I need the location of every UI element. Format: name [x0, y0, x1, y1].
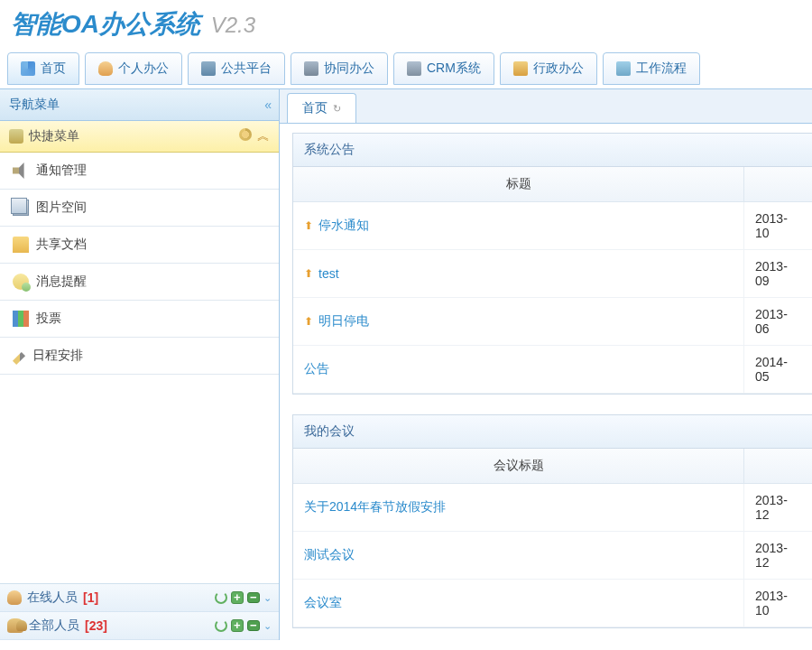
row-link[interactable]: 停水通知 — [318, 218, 369, 234]
topnav-item-home[interactable]: 首页 — [7, 52, 79, 85]
cell-title: 测试会议 — [293, 532, 744, 579]
tab-home[interactable]: 首页 ↻ — [287, 93, 356, 123]
topnav-item-flow[interactable]: 工作流程 — [603, 52, 700, 85]
collapse-icon[interactable]: « — [264, 98, 270, 112]
topnav-item-crm[interactable]: CRM系统 — [393, 52, 494, 85]
table-header: 会议标题 — [293, 449, 812, 484]
gear-icon[interactable] — [239, 128, 252, 141]
top-nav: 首页个人办公公共平台协同办公CRM系统行政办公工作流程 — [0, 49, 812, 89]
online-users-row[interactable]: 在线人员 [1]⌄ — [0, 584, 279, 612]
topnav-label: 协同办公 — [324, 60, 374, 77]
tab-label: 首页 — [302, 100, 328, 116]
panel-title: 我的会议 — [293, 415, 812, 449]
menu-list: 通知管理图片空间共享文档消息提醒投票日程安排 — [0, 153, 279, 583]
topnav-item-person[interactable]: 个人办公 — [85, 52, 182, 85]
minus-icon[interactable] — [247, 620, 260, 631]
app-logo: 智能OA办公系统 — [11, 7, 200, 42]
menu-label: 共享文档 — [36, 237, 87, 253]
panel-title: 系统公告 — [293, 134, 812, 167]
row-link[interactable]: 公告 — [304, 361, 329, 377]
table-row: ⬆test2013-09 — [293, 250, 812, 298]
collab-icon — [304, 61, 318, 76]
row-link[interactable]: 关于2014年春节放假安排 — [304, 499, 446, 515]
plus-icon[interactable] — [231, 619, 244, 632]
content-tab-bar: 首页 ↻ — [280, 89, 812, 123]
cell-title: 公告 — [293, 346, 744, 393]
col-date — [744, 449, 812, 483]
up-arrow-icon: ⬆ — [304, 267, 313, 280]
sb-count: [23] — [85, 618, 107, 633]
chevron-up-icon[interactable]: ︽ — [257, 128, 270, 144]
chevron-down-icon[interactable]: ⌄ — [263, 592, 272, 604]
panel-meetings: 我的会议 会议标题 关于2014年春节放假安排2013-12测试会议2013-1… — [292, 414, 812, 628]
topnav-label: 首页 — [41, 60, 66, 77]
chevron-down-icon[interactable]: ⌄ — [263, 620, 272, 632]
row-link[interactable]: test — [318, 266, 339, 281]
topnav-label: 公共平台 — [221, 60, 272, 77]
person-icon — [98, 61, 113, 76]
topnav-label: 行政办公 — [533, 60, 584, 77]
users-icon — [7, 618, 23, 633]
topnav-item-public[interactable]: 公共平台 — [188, 52, 285, 85]
row-link[interactable]: 会议室 — [304, 595, 342, 611]
topnav-item-collab[interactable]: 协同办公 — [291, 52, 388, 85]
images-icon — [13, 200, 29, 216]
menu-label: 通知管理 — [36, 162, 87, 179]
content-area: 首页 ↻ 系统公告 标题 ⬆停水通知2013-10⬆test2013-09⬆明日… — [280, 89, 812, 640]
flow-icon — [616, 61, 631, 76]
sidebar-header: 导航菜单 « — [0, 89, 279, 121]
sb-label: 全部人员 — [29, 618, 79, 634]
user-icon — [7, 590, 22, 605]
table-row: 关于2014年春节放假安排2013-12 — [293, 484, 812, 532]
quick-menu-header[interactable]: 快捷菜单 ︽ — [0, 121, 279, 153]
chart-icon — [13, 311, 29, 327]
cell-date: 2013-10 — [744, 580, 812, 627]
menu-label: 投票 — [36, 311, 61, 327]
chat-icon — [13, 274, 29, 290]
speaker-icon — [13, 162, 29, 179]
topnav-item-admin[interactable]: 行政办公 — [500, 52, 597, 85]
menu-item-pencil[interactable]: 日程安排 — [0, 338, 279, 375]
plus-icon[interactable] — [231, 591, 244, 604]
table-row: 测试会议2013-12 — [293, 532, 812, 580]
all-users-row[interactable]: 全部人员 [23]⌄ — [0, 612, 279, 640]
topnav-label: 个人办公 — [118, 60, 169, 77]
sidebar: 导航菜单 « 快捷菜单 ︽ 通知管理图片空间共享文档消息提醒投票日程安排 在线人… — [0, 89, 280, 640]
menu-label: 消息提醒 — [36, 274, 87, 290]
minus-icon[interactable] — [247, 592, 260, 603]
refresh-icon[interactable] — [215, 619, 227, 632]
topnav-label: CRM系统 — [427, 60, 481, 77]
menu-label: 图片空间 — [36, 200, 87, 216]
refresh-icon[interactable]: ↻ — [333, 103, 341, 115]
menu-item-images[interactable]: 图片空间 — [0, 190, 279, 227]
public-icon — [201, 61, 216, 76]
cell-date: 2013-12 — [744, 484, 812, 531]
menu-item-speaker[interactable]: 通知管理 — [0, 153, 279, 190]
table-row: ⬆停水通知2013-10 — [293, 202, 812, 250]
cell-date: 2013-06 — [744, 298, 812, 345]
pencil-icon — [13, 352, 25, 365]
cell-title: ⬆明日停电 — [293, 298, 744, 345]
sidebar-title: 导航菜单 — [9, 97, 60, 113]
table-row: ⬆明日停电2013-06 — [293, 298, 812, 346]
cell-title: 会议室 — [293, 580, 744, 627]
row-link[interactable]: 测试会议 — [304, 547, 355, 563]
menu-item-chart[interactable]: 投票 — [0, 301, 279, 338]
cell-date: 2013-09 — [744, 250, 812, 297]
quick-menu-title: 快捷菜单 — [29, 128, 79, 144]
refresh-icon[interactable] — [215, 591, 227, 604]
table-header: 标题 — [293, 167, 812, 202]
table-row: 会议室2013-10 — [293, 580, 812, 627]
app-version: V2.3 — [211, 13, 255, 37]
up-arrow-icon: ⬆ — [304, 219, 313, 232]
sb-label: 在线人员 — [27, 590, 78, 606]
cell-title: ⬆test — [293, 250, 744, 297]
up-arrow-icon: ⬆ — [304, 315, 313, 328]
menu-item-chat[interactable]: 消息提醒 — [0, 264, 279, 301]
cell-title: ⬆停水通知 — [293, 202, 744, 249]
sb-count: [1] — [83, 590, 98, 605]
menu-item-folder[interactable]: 共享文档 — [0, 227, 279, 264]
row-link[interactable]: 明日停电 — [318, 313, 369, 330]
admin-icon — [513, 61, 528, 76]
crm-icon — [407, 61, 421, 76]
